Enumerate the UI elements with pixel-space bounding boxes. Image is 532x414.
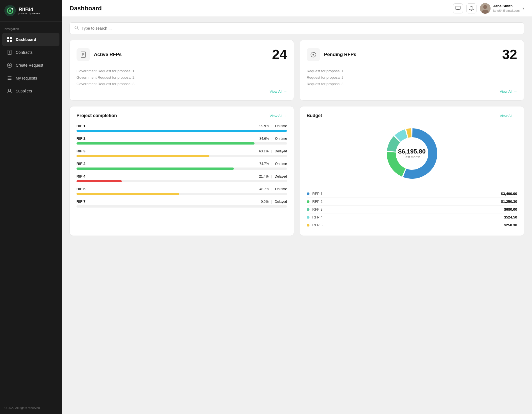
rif-item: RIF 6 48.7% | On-time <box>77 187 287 195</box>
rif-status: 63.1% | Delayed <box>259 149 287 153</box>
rif-status: 99.9% | On-time <box>259 124 287 128</box>
donut-svg <box>384 125 440 182</box>
svg-point-2 <box>9 10 11 12</box>
legend-dot <box>307 216 309 219</box>
sidebar-item-suppliers[interactable]: Suppliers <box>2 85 59 97</box>
budget-title: Budget <box>307 113 322 118</box>
sidebar-footer: © 2022 All rights reserved <box>0 402 62 414</box>
suppliers-label: Suppliers <box>16 89 32 93</box>
project-completion-card: Project completion View All → RIF 1 99.9… <box>70 106 294 236</box>
list-item: Government Request for proposal 2 <box>77 74 287 81</box>
legend-value: $680.00 <box>504 207 517 211</box>
budget-legend-item: RFP 3 $680.00 <box>307 206 517 213</box>
search-input[interactable] <box>82 26 519 31</box>
list-item: Request for proposal 2 <box>307 74 517 81</box>
progress-bar-bg <box>77 180 287 182</box>
active-rfps-view-all[interactable]: View All → <box>270 89 287 94</box>
svg-rect-4 <box>7 37 9 39</box>
sidebar-item-create-request[interactable]: Create Request <box>2 59 59 71</box>
legend-dot <box>307 192 309 195</box>
user-email: jane64@gmail.com <box>493 9 520 13</box>
top-cards: Active RFPs 24 Government Request for pr… <box>70 40 524 101</box>
search-bar <box>70 22 524 34</box>
svg-rect-7 <box>10 40 12 42</box>
dashboard-label: Dashboard <box>16 37 36 42</box>
budget-legend-item: RFP 2 $1,250.30 <box>307 198 517 206</box>
legend-value: $250.30 <box>504 223 517 227</box>
create-request-icon <box>7 62 12 68</box>
active-rfps-list: Government Request for proposal 1 Govern… <box>77 68 287 87</box>
notification-button[interactable] <box>466 3 477 13</box>
svg-rect-19 <box>456 6 460 10</box>
svg-point-23 <box>75 26 78 29</box>
sidebar: RifBid powered by ●●●●● Navigation Dashb… <box>0 0 62 414</box>
rif-item: RIF 4 21.4% | Delayed <box>77 174 287 182</box>
progress-bar-fill <box>77 180 122 182</box>
user-menu[interactable]: Jane Smith jane64@gmail.com ▾ <box>480 3 524 14</box>
search-icon <box>74 25 79 31</box>
rif-name: RIF 2 <box>77 136 85 141</box>
sidebar-item-contracts[interactable]: Contracts <box>2 46 59 59</box>
legend-name: RFP 2 <box>312 199 323 204</box>
budget-legend-item: RFP 4 $524.50 <box>307 213 517 221</box>
logo-icon <box>4 5 16 16</box>
rif-name: RIF 2 <box>77 162 85 166</box>
svg-rect-5 <box>10 37 12 39</box>
legend-name: RFP 4 <box>312 215 323 219</box>
donut-segment <box>406 128 411 138</box>
logo[interactable]: RifBid powered by ●●●●● <box>0 0 62 22</box>
project-completion-view-all[interactable]: View All → <box>270 114 287 118</box>
user-details: Jane Smith jane64@gmail.com <box>493 4 520 13</box>
svg-rect-16 <box>8 78 11 78</box>
logo-text: RifBid <box>18 7 33 12</box>
rif-status: 48.7% | On-time <box>259 187 287 191</box>
create-request-label: Create Request <box>16 63 43 68</box>
progress-bar-fill <box>77 168 234 170</box>
rif-status: 84.6% | On-time <box>259 137 287 141</box>
sidebar-item-dashboard[interactable]: Dashboard <box>2 33 59 46</box>
progress-bar-fill <box>77 130 287 132</box>
list-item: Request for proposal 3 <box>307 81 517 87</box>
svg-point-3 <box>11 8 13 10</box>
svg-rect-17 <box>8 79 11 80</box>
rif-item: RIF 1 99.9% | On-time <box>77 124 287 132</box>
budget-view-all[interactable]: View All → <box>500 114 517 118</box>
progress-bar-bg <box>77 142 287 145</box>
rif-list: RIF 1 99.9% | On-time RIF 2 84.6% | On-t… <box>77 124 287 208</box>
legend-dot <box>307 208 309 211</box>
chat-button[interactable] <box>453 3 463 13</box>
budget-legend-item: RFP 5 $250.30 <box>307 221 517 229</box>
budget-legend-item: RFP 1 $3,490.00 <box>307 190 517 198</box>
active-rfps-card: Active RFPs 24 Government Request for pr… <box>70 40 294 101</box>
user-name: Jane Smith <box>493 4 520 9</box>
progress-bar-bg <box>77 193 287 195</box>
my-requests-icon <box>7 75 12 81</box>
rif-item: RIF 7 0.0% | Delayed <box>77 199 287 208</box>
contracts-label: Contracts <box>16 50 33 55</box>
legend-name: RFP 1 <box>312 192 323 196</box>
pending-rfps-list: Request for proposal 1 Request for propo… <box>307 68 517 87</box>
pending-rfps-view-all[interactable]: View All → <box>500 89 517 94</box>
rif-status: 74.7% | On-time <box>259 162 287 166</box>
sidebar-item-my-requests[interactable]: My requests <box>2 72 59 84</box>
budget-card: Budget View All → $6,195.80 Last month <box>300 106 524 236</box>
suppliers-icon <box>7 88 12 94</box>
active-rfps-count: 24 <box>272 47 287 62</box>
list-item: Request for proposal 1 <box>307 68 517 74</box>
donut-segment <box>387 152 406 177</box>
sidebar-nav: Navigation Dashboard <box>0 22 62 402</box>
my-requests-label: My requests <box>16 76 37 80</box>
legend-value: $1,250.30 <box>501 199 517 204</box>
svg-point-21 <box>483 5 487 9</box>
rif-name: RIF 6 <box>77 187 85 191</box>
content-area: Active RFPs 24 Government Request for pr… <box>62 17 532 414</box>
avatar <box>480 3 491 14</box>
logo-sub: powered by ●●●●● <box>18 12 40 15</box>
legend-name: RFP 5 <box>312 223 323 227</box>
page-title: Dashboard <box>70 5 102 12</box>
progress-bar-bg <box>77 205 287 208</box>
header: Dashboard <box>62 0 532 17</box>
pending-rfps-card: Pending RFPs 32 Request for proposal 1 R… <box>300 40 524 101</box>
rif-name: RIF 1 <box>77 124 85 128</box>
rif-name: RIF 3 <box>77 149 85 153</box>
